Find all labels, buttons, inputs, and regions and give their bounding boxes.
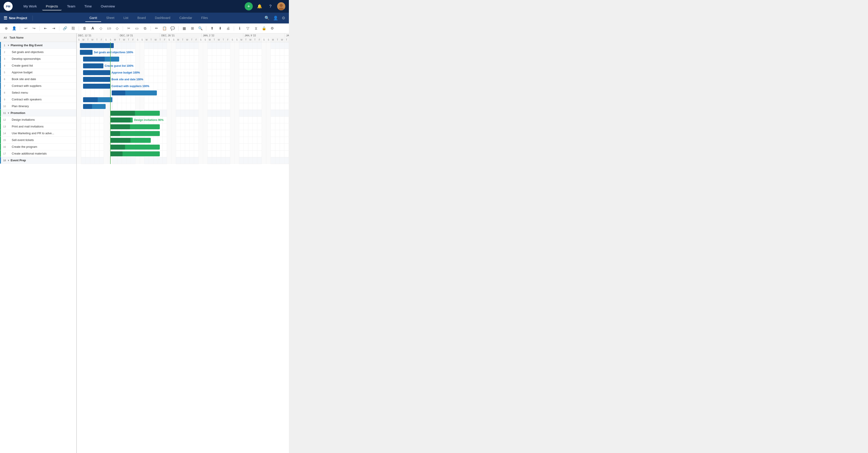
add-user-btn[interactable]: 👤 bbox=[11, 25, 18, 32]
gantt-bar-wrapper-5[interactable]: Approve budget 100% bbox=[83, 70, 110, 75]
user-icon[interactable]: 👤 bbox=[273, 15, 278, 21]
gantt-cell bbox=[176, 83, 181, 90]
search-icon[interactable]: 🔍 bbox=[265, 15, 270, 21]
tab-sheet[interactable]: Sheet bbox=[102, 14, 119, 22]
task-row-11[interactable]: 11▼ Promotion bbox=[0, 110, 76, 117]
collapse-icon-11[interactable]: ▼ bbox=[7, 112, 10, 115]
task-row-14[interactable]: 14Use Marketing and PR to adve... bbox=[0, 130, 76, 137]
task-row-12[interactable]: 12Design invitations bbox=[0, 117, 76, 123]
gantt-bar-wrapper-3[interactable] bbox=[83, 57, 119, 62]
task-row-18[interactable]: 18▼ Event Prep bbox=[0, 157, 76, 164]
gantt-area[interactable]: DEC, 12 '21DEC, 19 '21DEC, 26 '21JAN, 2 … bbox=[77, 33, 289, 453]
task-row-7[interactable]: 7Contract with suppliers bbox=[0, 83, 76, 89]
task-row-1[interactable]: 1▼ Planning the Big Event bbox=[0, 42, 76, 49]
notifications-button[interactable]: 🔔 bbox=[255, 2, 264, 10]
settings-icon[interactable]: ⚙ bbox=[282, 15, 285, 21]
link-btn[interactable]: 🔗 bbox=[62, 25, 68, 32]
export-up-btn[interactable]: ⬆ bbox=[209, 25, 215, 32]
logo[interactable]: PM bbox=[4, 2, 13, 11]
task-row-4[interactable]: 4Create guest list bbox=[0, 62, 76, 69]
undo-btn[interactable]: ↩ bbox=[22, 25, 29, 32]
gantt-cell bbox=[77, 63, 81, 69]
gantt-bar-wrapper-4[interactable]: Create guest list 100% bbox=[83, 63, 103, 68]
task-row-5[interactable]: 5Approve budget bbox=[0, 69, 76, 76]
tab-dashboard[interactable]: Dashboard bbox=[151, 14, 175, 22]
import-btn[interactable]: ⬇ bbox=[217, 25, 223, 32]
gantt-bar-wrapper-16[interactable] bbox=[110, 144, 160, 150]
tab-board[interactable]: Board bbox=[133, 14, 150, 22]
task-row-13[interactable]: 13Print and mail invitations bbox=[0, 123, 76, 130]
gantt-cell bbox=[172, 90, 176, 96]
zoom-btn[interactable]: 🔍 bbox=[197, 25, 204, 32]
add-task-btn[interactable]: ⊕ bbox=[3, 25, 9, 32]
task-row-3[interactable]: 3Develop sponsorships bbox=[0, 56, 76, 62]
cut-btn[interactable]: ✂ bbox=[125, 25, 132, 32]
text-color-btn[interactable]: A bbox=[89, 25, 96, 32]
task-row-10[interactable]: 10Plan itinerary bbox=[0, 103, 76, 110]
gantt-bar-wrapper-8[interactable] bbox=[112, 91, 157, 95]
tab-calendar[interactable]: Calendar bbox=[175, 14, 196, 22]
filter-btn[interactable]: ⧖ bbox=[252, 25, 259, 32]
gantt-cell bbox=[266, 151, 271, 157]
task-row-2[interactable]: 2Set goals and objectives bbox=[0, 49, 76, 56]
tab-list[interactable]: List bbox=[119, 14, 132, 22]
pencil-btn[interactable]: ✏ bbox=[153, 25, 160, 32]
task-name-6: Book site and date bbox=[12, 77, 36, 81]
gantt-bar-wrapper-14[interactable] bbox=[110, 131, 160, 136]
lock-btn[interactable]: 🔒 bbox=[261, 25, 268, 32]
indent-btn[interactable]: ⇥ bbox=[50, 25, 57, 32]
table-btn[interactable]: ▦ bbox=[181, 25, 188, 32]
clipboard-btn[interactable]: 📋 bbox=[161, 25, 168, 32]
task-row-17[interactable]: 17Create additional materials bbox=[0, 150, 76, 157]
delete-btn[interactable]: 🗑 bbox=[81, 25, 88, 32]
paste-btn[interactable]: ⧉ bbox=[142, 25, 148, 32]
info-btn[interactable]: ℹ bbox=[236, 25, 243, 32]
print-btn[interactable]: 🖨 bbox=[225, 25, 231, 32]
task-row-9[interactable]: 9Contract with speakers bbox=[0, 96, 76, 103]
nav-projects[interactable]: Projects bbox=[42, 2, 62, 10]
gantt-bar-wrapper-15[interactable] bbox=[110, 138, 151, 143]
menu-icon[interactable]: ☰ bbox=[4, 15, 7, 21]
gantt-bar-wrapper-11[interactable] bbox=[110, 111, 160, 116]
gantt-cell bbox=[194, 123, 198, 130]
outdent-btn[interactable]: ⇤ bbox=[42, 25, 49, 32]
gantt-bar-wrapper-13[interactable] bbox=[110, 124, 160, 129]
gantt-cell bbox=[153, 56, 158, 63]
avatar[interactable] bbox=[277, 2, 285, 10]
gantt-bar-wrapper-17[interactable] bbox=[110, 151, 160, 156]
filter-arrow-btn[interactable]: ▽ bbox=[244, 25, 251, 32]
copy-btn[interactable]: ▭ bbox=[133, 25, 140, 32]
gantt-bar-progress-6 bbox=[83, 77, 110, 82]
number-btn[interactable]: 123 bbox=[105, 25, 113, 32]
gantt-bar-wrapper-10[interactable] bbox=[83, 104, 105, 109]
collapse-icon-18[interactable]: ▼ bbox=[7, 159, 10, 162]
gantt-bar-8 bbox=[112, 91, 157, 95]
shape-btn[interactable]: ◇ bbox=[114, 25, 121, 32]
help-button[interactable]: ? bbox=[266, 2, 274, 10]
nav-my-work[interactable]: My Work bbox=[20, 2, 40, 10]
task-row-16[interactable]: 16Create the program bbox=[0, 143, 76, 150]
task-row-8[interactable]: 8Select menu bbox=[0, 89, 76, 96]
tab-gantt[interactable]: Gantt bbox=[85, 14, 101, 22]
tab-files[interactable]: Files bbox=[197, 14, 212, 22]
gantt-bar-wrapper-9[interactable] bbox=[83, 97, 113, 102]
nav-time[interactable]: Time bbox=[81, 2, 95, 10]
grid-btn[interactable]: ⊞ bbox=[189, 25, 196, 32]
gantt-bar-wrapper-7[interactable]: Contract with suppliers 100% bbox=[83, 84, 110, 89]
comment-btn[interactable]: 💬 bbox=[169, 25, 176, 32]
gantt-cell bbox=[176, 103, 181, 110]
gantt-bar-wrapper-6[interactable]: Book site and date 100% bbox=[83, 77, 110, 82]
nav-team[interactable]: Team bbox=[63, 2, 79, 10]
config-btn[interactable]: ⚙ bbox=[269, 25, 276, 32]
task-row-15[interactable]: 15Sell event tickets bbox=[0, 137, 76, 143]
collapse-icon-1[interactable]: ▼ bbox=[7, 44, 10, 47]
fill-btn[interactable]: ◇ bbox=[97, 25, 104, 32]
task-row-6[interactable]: 6Book site and date bbox=[0, 76, 76, 83]
unlink-btn[interactable]: ⛓ bbox=[70, 25, 76, 32]
gantt-bar-wrapper-12[interactable]: Design invitations 90% bbox=[110, 118, 133, 123]
add-button[interactable]: + bbox=[245, 2, 253, 10]
nav-overview[interactable]: Overview bbox=[97, 2, 119, 10]
gantt-bar-wrapper-2[interactable]: Set goals and objectives 100% bbox=[80, 50, 93, 55]
redo-btn[interactable]: ↪ bbox=[30, 25, 37, 32]
gantt-bar-wrapper-1[interactable] bbox=[80, 43, 114, 48]
